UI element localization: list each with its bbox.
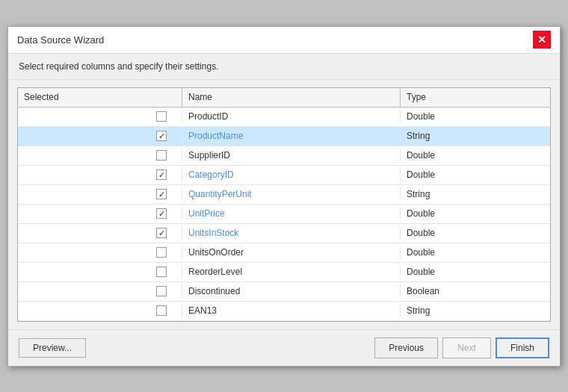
columns-table: Selected Name Type ProductIDDoubleProduc… [17, 87, 551, 322]
data-source-wizard-dialog: Data Source Wizard ✕ Select required col… [7, 26, 561, 367]
cell-type-6: Double [401, 226, 550, 240]
cell-checkbox-1[interactable] [18, 129, 182, 143]
cell-checkbox-7[interactable] [18, 246, 182, 259]
table-row[interactable]: UnitsOnOrderDouble [18, 243, 550, 263]
cell-type-2: Double [401, 149, 550, 162]
cell-type-7: Double [401, 246, 550, 259]
checkbox-2[interactable] [156, 150, 167, 161]
cell-type-4: String [401, 187, 550, 201]
instruction-text: Select required columns and specify thei… [8, 54, 560, 80]
cell-name-3: CategoryID [182, 168, 401, 181]
next-button[interactable]: Next [442, 337, 491, 358]
table-row[interactable]: SupplierIDDouble [18, 146, 550, 166]
cell-type-1: String [401, 129, 550, 143]
table-row[interactable]: DiscontinuedBoolean [18, 282, 550, 302]
dialog-title: Data Source Wizard [17, 34, 104, 46]
cell-type-5: Double [401, 207, 550, 220]
cell-checkbox-3[interactable] [18, 168, 182, 181]
checkbox-5[interactable] [156, 208, 167, 219]
checkbox-6[interactable] [156, 228, 167, 238]
cell-name-9: Discontinued [182, 284, 401, 298]
cell-name-6: UnitsInStock [182, 226, 401, 240]
previous-button[interactable]: Previous [374, 337, 438, 358]
dialog-footer: Preview... Previous Next Finish [8, 329, 560, 366]
cell-checkbox-5[interactable] [18, 207, 182, 220]
finish-button[interactable]: Finish [496, 337, 549, 358]
header-name: Name [182, 88, 401, 107]
cell-type-9: Boolean [401, 284, 550, 298]
table-row[interactable]: QuantityPerUnitString [18, 185, 550, 205]
cell-type-8: Double [401, 265, 550, 279]
cell-name-1: ProductName [182, 129, 401, 143]
table-row[interactable]: UnitPriceDouble [18, 205, 550, 224]
title-bar: Data Source Wizard ✕ [8, 27, 560, 54]
checkbox-3[interactable] [156, 169, 167, 180]
cell-name-10: EAN13 [182, 304, 401, 317]
checkbox-0[interactable] [156, 111, 167, 122]
cell-checkbox-2[interactable] [18, 149, 182, 162]
table-body[interactable]: ProductIDDoubleProductNameStringSupplier… [18, 108, 550, 321]
cell-type-3: Double [401, 168, 550, 181]
preview-button[interactable]: Preview... [19, 338, 86, 358]
table-row[interactable]: UnitsInStockDouble [18, 224, 550, 243]
close-button[interactable]: ✕ [533, 31, 551, 49]
cell-name-5: UnitPrice [182, 207, 401, 220]
cell-checkbox-4[interactable] [18, 187, 182, 201]
checkbox-1[interactable] [156, 131, 167, 141]
cell-name-0: ProductID [182, 110, 401, 123]
cell-checkbox-6[interactable] [18, 226, 182, 240]
table-row[interactable]: ProductIDDouble [18, 108, 550, 127]
cell-name-4: QuantityPerUnit [182, 187, 401, 201]
table-row[interactable]: ReorderLevelDouble [18, 263, 550, 282]
cell-type-10: String [401, 304, 550, 317]
footer-right: Previous Next Finish [374, 337, 549, 358]
cell-checkbox-8[interactable] [18, 265, 182, 279]
cell-name-7: UnitsOnOrder [182, 246, 401, 259]
checkbox-10[interactable] [156, 305, 167, 316]
table-row[interactable]: CategoryIDDouble [18, 166, 550, 185]
header-selected: Selected [18, 88, 182, 107]
cell-checkbox-10[interactable] [18, 304, 182, 317]
cell-checkbox-0[interactable] [18, 110, 182, 123]
cell-name-8: ReorderLevel [182, 265, 401, 279]
cell-checkbox-9[interactable] [18, 284, 182, 298]
cell-name-2: SupplierID [182, 149, 401, 162]
cell-type-0: Double [401, 110, 550, 123]
table-row[interactable]: EAN13String [18, 302, 550, 321]
checkbox-4[interactable] [156, 189, 167, 199]
checkbox-8[interactable] [156, 267, 167, 277]
footer-left: Preview... [19, 338, 86, 358]
checkbox-9[interactable] [156, 286, 167, 296]
table-row[interactable]: ProductNameString [18, 127, 550, 146]
header-type: Type [401, 88, 550, 107]
checkbox-7[interactable] [156, 247, 167, 258]
table-header: Selected Name Type [18, 88, 550, 108]
